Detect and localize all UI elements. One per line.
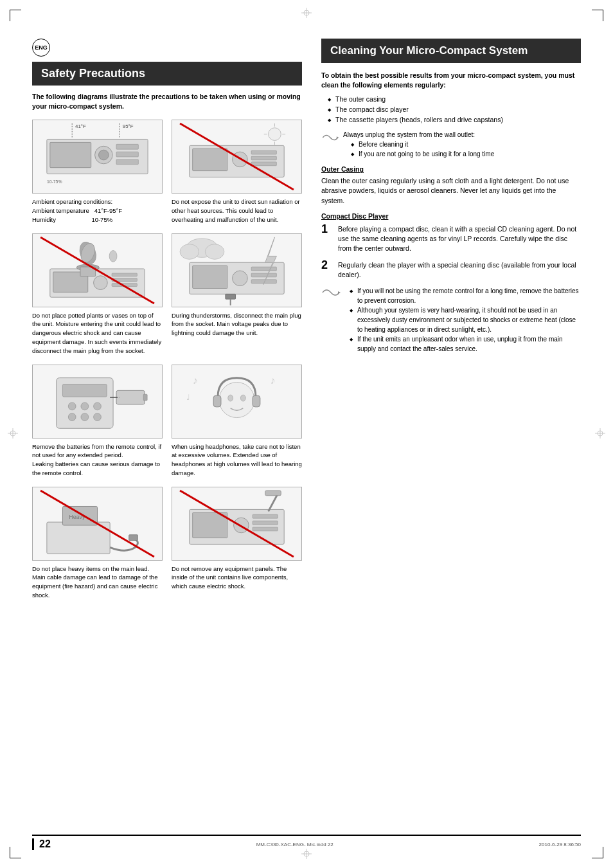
caption-plant: Do not place potted plants or vases on t… [32, 311, 163, 356]
corner-mark-tl [10, 10, 21, 21]
svg-rect-92 [265, 490, 281, 495]
diagram-battery: Remove the batteries from the remote con… [32, 365, 163, 478]
svg-rect-18 [116, 159, 138, 165]
svg-point-46 [109, 250, 117, 262]
diagram-plant: Do not place potted plants or vases on t… [32, 233, 163, 356]
cleaning-title: Cleaning Your Micro-Compact System [321, 39, 581, 63]
crosshair-left [8, 428, 18, 440]
diagram-headphone-image: ♪ ♪ ♩ [172, 365, 302, 439]
corner-mark-br [592, 847, 603, 858]
svg-point-59 [205, 244, 224, 259]
svg-rect-51 [251, 267, 276, 271]
safety-diagrams: 41°F 95°F 10-75% Ambient operating condi… [32, 120, 302, 599]
caption-sun: Do not expose the unit to direct sun rad… [172, 197, 302, 224]
always-note-block: Always unplug the system from the wall o… [321, 131, 581, 159]
diagram-headphone: ♪ ♪ ♩ When using headphones, take care n… [172, 365, 302, 478]
corner-mark-tr [592, 10, 603, 21]
extra-note-2: Although your system is very hard-wearin… [350, 305, 581, 334]
page: ENG Safety Precautions The following dia… [0, 0, 613, 868]
extra-note-block: If you will not be using the remote cont… [321, 286, 581, 354]
always-sub-list: Before cleaning it If you are not going … [343, 140, 494, 159]
cd-steps-list: 1 Before playing a compact disc, clean i… [321, 223, 581, 280]
caption-battery: Remove the batteries from the remote con… [32, 442, 163, 478]
svg-rect-27 [251, 151, 276, 155]
svg-point-15 [98, 150, 109, 161]
diagram-plant-image [32, 233, 163, 307]
diagram-sun: Do not expose the unit to direct sun rad… [172, 120, 302, 224]
outer-casing-title: Outer Casing [321, 165, 581, 173]
svg-text:95°F: 95°F [123, 123, 134, 129]
svg-rect-75 [213, 395, 221, 407]
svg-text:41°F: 41°F [75, 123, 86, 129]
crosshair-right [595, 428, 605, 440]
caption-ambient: Ambient operating conditions:Ambient tem… [32, 197, 163, 224]
svg-point-65 [68, 413, 76, 420]
svg-point-73 [228, 395, 233, 401]
diagram-ambient: 41°F 95°F 10-75% Ambient operating condi… [32, 120, 163, 224]
footer-date: 2010-6-29 8:36:50 [539, 842, 581, 847]
always-sub-2: If you are not going to be using it for … [351, 149, 494, 159]
cleaning-element-1: The outer casing [328, 95, 581, 105]
extra-note-icon [321, 286, 342, 300]
svg-point-30 [269, 128, 281, 141]
svg-marker-94 [337, 136, 339, 139]
page-number: 22 [32, 838, 51, 850]
diagram-thunder-image [172, 233, 302, 307]
svg-point-72 [219, 382, 254, 417]
svg-text:♪: ♪ [193, 375, 198, 386]
svg-text:10-75%: 10-75% [47, 180, 62, 185]
diagram-thunder: During thunderstorms, disconnect the mai… [172, 233, 302, 356]
svg-rect-88 [253, 514, 278, 518]
svg-point-66 [81, 413, 89, 420]
svg-marker-95 [338, 291, 341, 294]
extra-note-list: If you will not be using the remote cont… [342, 286, 581, 354]
cleaning-element-3: The cassette players (heads, rollers and… [328, 115, 581, 125]
caption-headphone: When using headphones, take care not to … [172, 442, 302, 478]
cleaning-element-2: The compact disc player [328, 105, 581, 115]
svg-rect-13 [50, 143, 91, 168]
svg-point-62 [68, 402, 76, 410]
svg-point-50 [233, 271, 248, 286]
svg-rect-54 [226, 294, 236, 299]
svg-rect-90 [253, 527, 278, 530]
svg-text:♪: ♪ [271, 375, 276, 386]
diagram-sun-image [172, 120, 302, 194]
svg-point-64 [94, 402, 102, 410]
cd-player-title: Compact Disc Player [321, 212, 581, 220]
safety-title: Safety Precautions [32, 62, 302, 86]
svg-rect-80 [47, 522, 110, 554]
extra-notes-section: If you will not be using the remote cont… [321, 286, 581, 354]
crosshair-top [301, 8, 312, 19]
svg-point-63 [81, 402, 89, 410]
svg-rect-89 [253, 521, 278, 525]
crosshair-bottom [301, 849, 312, 860]
cleaning-elements-list: The outer casing The compact disc player… [321, 95, 581, 125]
svg-rect-86 [193, 512, 227, 538]
cleaning-section: Cleaning Your Micro-Compact System To ob… [321, 39, 581, 357]
caption-panel: Do not remove any equipment panels. The … [172, 565, 302, 591]
extra-note-3: If the unit emits an unpleasant odor whe… [350, 334, 581, 354]
cd-step-2-text: Regularly clean the player with a specia… [338, 259, 581, 280]
cd-step-2: 2 Regularly clean the player with a spec… [321, 259, 581, 280]
svg-rect-52 [251, 273, 276, 277]
svg-rect-29 [251, 162, 276, 166]
caption-cable: Do not place heavy items on the main lea… [32, 565, 163, 600]
svg-point-38 [94, 276, 108, 290]
svg-rect-49 [193, 266, 227, 288]
svg-rect-39 [112, 273, 137, 276]
outer-casing-text: Clean the outer casing regularly using a… [321, 176, 581, 206]
svg-line-91 [269, 493, 278, 511]
diagram-ambient-image: 41°F 95°F 10-75% [32, 120, 163, 194]
svg-rect-17 [116, 152, 138, 158]
cleaning-intro: To obtain the best possible results from… [321, 71, 581, 89]
diagram-battery-image [32, 365, 163, 439]
note-icon [321, 132, 339, 143]
svg-rect-68 [116, 390, 145, 404]
safety-intro: The following diagrams illustrate the pr… [32, 92, 302, 111]
svg-rect-28 [251, 156, 276, 160]
extra-note-1: If you will not be using the remote cont… [350, 286, 581, 305]
safety-section: ENG Safety Precautions The following dia… [32, 39, 302, 602]
svg-rect-76 [253, 395, 260, 407]
cd-step-1: 1 Before playing a compact disc, clean i… [321, 223, 581, 254]
svg-rect-25 [193, 149, 227, 171]
